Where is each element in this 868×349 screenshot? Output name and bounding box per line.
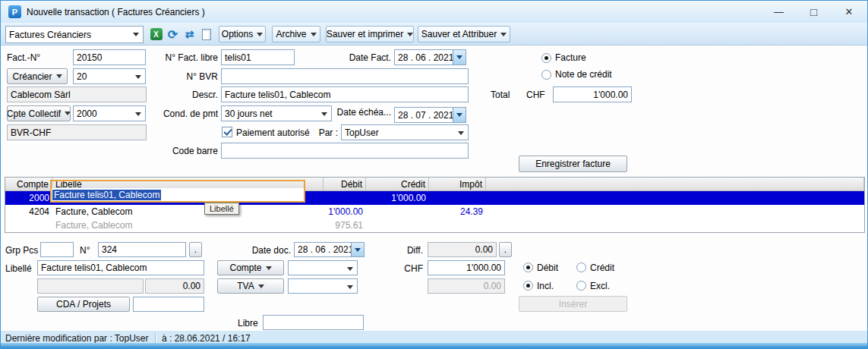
cda-projets-button[interactable]: CDA / Projets [37,297,130,312]
grid-row[interactable]: Facture, Cablecom 975.61 [5,219,864,232]
grid-row[interactable]: 4204 Facture, Cablecom 1'000.00 24.39 [5,205,864,219]
piece-no-input[interactable]: 324 [98,242,186,257]
creancier-button[interactable]: Créancier [7,68,68,84]
status-at: à : 28.06.2021 / 16:17 [162,333,251,344]
calendar-dropdown-button[interactable] [351,243,364,256]
save-assign-label: Sauver et Attribuer [421,29,497,39]
fact-free-input[interactable]: telis01 [221,49,295,65]
col-compte-label: Compte [17,179,49,190]
transfer-icon[interactable]: ⇄ [181,26,197,42]
date-echeance-field[interactable]: 28 . 07 . 2021 [394,107,466,123]
libre-input[interactable] [263,315,364,330]
new-document-glyph [202,29,211,40]
detail-libelle-input[interactable]: Facture telis01, Cablecom [37,260,204,275]
archive-button[interactable]: Archive [272,26,320,42]
col-filler [486,178,864,190]
excel-export-icon[interactable]: X [148,26,164,42]
facture-radio-label: Facture [555,52,586,63]
date-echeance-label: Date échéa... [330,107,391,118]
cond-pmt-select[interactable]: 30 jours net [221,105,332,121]
calendar-dropdown-button[interactable] [453,50,466,64]
chevron-down-icon [257,33,263,36]
transaction-window: P Nouvelle transaction ( Factures Créanc… [0,0,868,349]
tva-select[interactable] [288,278,358,294]
cond-pmt-label: Cond. de pmt [137,108,218,119]
chevron-down-icon [347,285,353,289]
total-currency-label: CHF [526,90,545,100]
cell-debit: 975.61 [335,220,363,231]
maximize-button[interactable]: □ [797,1,831,23]
col-debit-label: Débit [341,179,362,190]
chevron-down-icon [500,33,507,36]
archive-label: Archive [276,29,307,39]
save-print-button[interactable]: Sauver et imprimer [326,26,414,42]
cpte-collectif-button[interactable]: Cpte Collectif [7,105,71,121]
incl-radio[interactable] [523,281,533,291]
cell-libelle: Facture, Cablecom [55,220,132,231]
chevron-down-icon [133,33,139,36]
refresh-icon[interactable]: ⟳ [165,26,181,42]
excl-radio[interactable] [576,281,586,291]
facture-radio[interactable] [541,53,551,63]
libre-label: Libre [238,318,258,329]
cda-input[interactable] [133,297,204,312]
note-credit-radio[interactable] [541,70,551,80]
fact-no-input[interactable]: 20150 [73,49,146,65]
aux-amount-field: 0.00 [145,278,204,294]
col-credit[interactable]: Crédit [366,178,429,190]
diff-lookup-button[interactable]: . [499,242,512,257]
fact-free-value: telis01 [225,52,251,63]
bvr-input[interactable] [221,68,469,84]
save-assign-button[interactable]: Sauver et Attribuer [418,26,510,42]
tva-button[interactable]: TVA [217,278,284,294]
chevron-down-icon [456,113,462,117]
new-document-icon[interactable] [198,26,214,42]
dot-label: . [194,244,197,255]
descr-value: Facture telis01, Cablecom [225,90,330,100]
bvr-type-value: BVR-CHF [11,127,51,138]
chevron-down-icon [456,55,462,59]
save-invoice-button[interactable]: Enregistrer facture [519,156,627,172]
journal-select[interactable]: Factures Créanciers [5,26,144,43]
debit-radio[interactable] [523,263,533,272]
save-print-label: Sauver et imprimer [327,29,403,39]
descr-input[interactable]: Facture telis01, Cablecom [221,86,469,102]
options-button[interactable]: Options [219,26,266,42]
compte-select[interactable] [288,260,358,275]
par-select[interactable]: TopUser [341,124,469,140]
credit-radio[interactable] [576,263,586,272]
date-doc-field[interactable]: 28 . 06 . 2021 [294,242,365,257]
fact-no-label: Fact.-N° [7,52,40,63]
minimize-button[interactable]: — [762,1,796,23]
paiement-autorise-label: Paiement autorisé [236,127,310,138]
cpte-collectif-select[interactable]: 2000 [73,105,146,121]
creancier-no-value: 20 [77,71,87,82]
creancier-no-select[interactable]: 20 [73,68,146,84]
detail-amount-input[interactable]: 1'000.00 [428,260,505,275]
cell-libelle: Facture, Cablecom [55,206,132,217]
code-barre-label: Code barre [137,146,218,156]
col-impot[interactable]: Impôt [429,178,486,190]
total-amount-input[interactable]: 1'000.00 [553,86,632,102]
chevron-down-icon [56,74,62,78]
status-bottom-edge [1,343,867,348]
cell-editor-input[interactable]: Facture telis01, Cablecom [52,188,304,201]
inserer-button[interactable]: Insérer [519,296,627,312]
paiement-autorise-checkbox[interactable] [222,127,232,137]
close-button[interactable]: ✕ [832,1,866,23]
col-debit[interactable]: Débit [324,178,366,190]
creancier-name-value: Cablecom Sàrl [11,90,71,100]
col-compte[interactable]: Compte [5,178,52,190]
chevron-down-icon [321,112,327,116]
calendar-dropdown-button[interactable] [453,108,466,122]
creancier-button-label: Créancier [12,71,52,82]
piece-lookup-button[interactable]: . [189,242,202,257]
grp-pcs-input[interactable] [40,242,74,257]
date-fact-field[interactable]: 28 . 06 . 2021 [394,49,466,65]
piece-no-value: 324 [102,244,117,255]
aux-field [37,278,144,294]
chevron-down-icon [65,112,71,115]
chevron-down-icon [355,248,361,252]
code-barre-input[interactable] [221,143,469,159]
compte-button[interactable]: Compte [217,260,284,275]
